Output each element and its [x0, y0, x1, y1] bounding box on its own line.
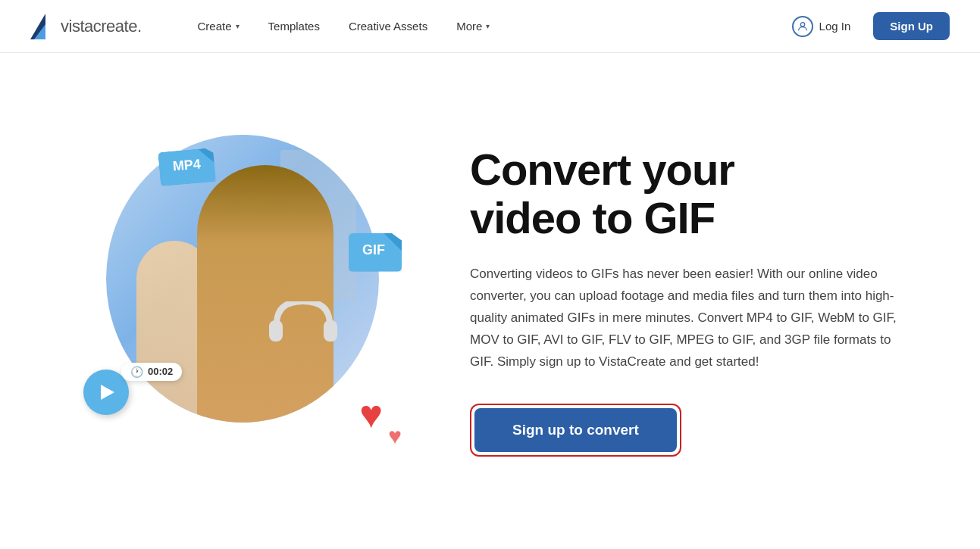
- hero-description: Converting videos to GIFs has never been…: [470, 264, 910, 373]
- mp4-tag: MP4: [158, 147, 216, 186]
- nav-create[interactable]: Create ▾: [187, 14, 250, 39]
- login-button[interactable]: Log In: [781, 10, 862, 43]
- svg-point-2: [800, 22, 804, 26]
- nav-right: Log In Sign Up: [781, 10, 950, 43]
- navigation: vistacreate. Create ▾ Templates Creative…: [0, 0, 980, 53]
- headphones-icon: [265, 301, 341, 347]
- heart-icon-large: ♥: [359, 395, 383, 434]
- logo-text: vistacreate.: [61, 17, 142, 36]
- svg-rect-4: [324, 320, 337, 342]
- hero-headline: Convert your video to GIF: [470, 145, 910, 242]
- illustration-area: MP4 GIF 🕐 00:02 ♥ ♥: [61, 112, 424, 491]
- person-main: [197, 165, 333, 423]
- gif-tag: GIF: [349, 233, 402, 272]
- cta-button[interactable]: Sign up to convert: [474, 408, 677, 452]
- logo[interactable]: vistacreate.: [30, 14, 142, 39]
- nav-more[interactable]: More ▾: [446, 14, 500, 39]
- chevron-down-icon-more: ▾: [486, 22, 490, 30]
- svg-rect-3: [269, 320, 283, 342]
- nav-templates[interactable]: Templates: [258, 14, 330, 39]
- user-icon: [792, 16, 813, 37]
- signup-button[interactable]: Sign Up: [873, 12, 950, 40]
- logo-icon: [30, 14, 56, 39]
- nav-links: Create ▾ Templates Creative Assets More …: [187, 14, 781, 39]
- hero-content: Convert your video to GIF Converting vid…: [470, 145, 910, 456]
- hero-section: MP4 GIF 🕐 00:02 ♥ ♥ Convert your video t…: [0, 53, 980, 549]
- clock-icon: 🕐: [130, 366, 143, 378]
- cta-wrapper: Sign up to convert: [470, 404, 681, 457]
- timer-badge: 🕐 00:02: [121, 363, 182, 381]
- chevron-down-icon: ▾: [236, 22, 240, 30]
- heart-icon-small: ♥: [388, 423, 402, 449]
- nav-creative-assets[interactable]: Creative Assets: [338, 14, 438, 39]
